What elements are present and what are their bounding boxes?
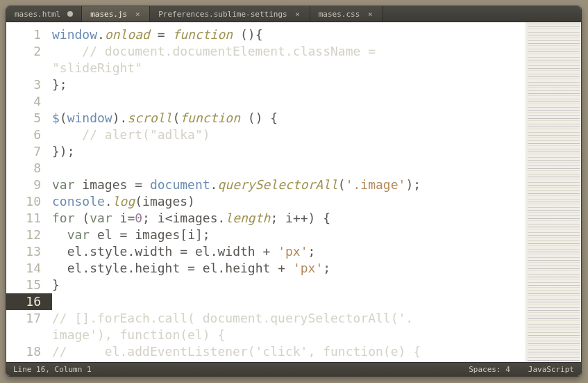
line-number-wrap xyxy=(6,327,41,343)
line-number: 2 xyxy=(6,43,41,60)
close-icon[interactable]: × xyxy=(294,10,301,17)
code-line[interactable]: for (var i=0; i<images.length; i++) { xyxy=(52,210,526,227)
tab-mases-js[interactable]: mases.js × xyxy=(82,6,150,22)
status-position: Line 16, Column 1 xyxy=(13,365,92,374)
line-number: 4 xyxy=(6,93,41,110)
line-number: 18 xyxy=(6,343,41,360)
line-number: 10 xyxy=(6,193,41,210)
code-line[interactable] xyxy=(52,293,526,310)
line-number: 17 xyxy=(6,310,41,327)
line-number: 13 xyxy=(6,243,41,260)
code-line[interactable] xyxy=(52,93,526,110)
code-line[interactable]: console.log(images) xyxy=(52,193,526,210)
tab-label: mases.js xyxy=(90,10,127,19)
line-number: 16 xyxy=(6,293,52,310)
line-number: 7 xyxy=(6,143,41,160)
line-number: 5 xyxy=(6,110,41,127)
code-line[interactable]: window.onload = function (){ xyxy=(52,26,526,43)
code-line[interactable]: el.style.width = el.width + 'px'; xyxy=(52,243,526,260)
code-line-wrap[interactable]: "slideRight" xyxy=(52,60,526,76)
code-line[interactable]: }); xyxy=(52,143,526,160)
tab-bar: mases.html mases.js × Preferences.sublim… xyxy=(6,6,581,22)
line-number: 9 xyxy=(6,177,41,193)
code-line[interactable]: // [].forEach.call( document.querySelect… xyxy=(52,310,526,327)
dirty-indicator-icon xyxy=(67,11,73,17)
code-line[interactable]: var el = images[i]; xyxy=(52,227,526,243)
close-icon[interactable]: × xyxy=(367,10,373,17)
code-line[interactable]: // document.documentElement.className = xyxy=(52,43,526,60)
code-line[interactable]: // alert("adlka") xyxy=(52,127,526,143)
editor-area: 123456789101112131415161718 window.onloa… xyxy=(6,22,581,362)
line-number: 3 xyxy=(6,76,41,93)
status-indent[interactable]: Spaces: 4 xyxy=(469,365,510,374)
code-line-wrap[interactable]: image'), function(el) { xyxy=(52,327,526,343)
status-syntax[interactable]: JavaScript xyxy=(528,365,574,374)
code-line[interactable]: // el.addEventListener('click', function… xyxy=(52,343,526,360)
code-line[interactable]: } xyxy=(52,277,526,293)
minimap[interactable] xyxy=(526,22,581,362)
code-line[interactable]: el.style.height = el.height + 'px'; xyxy=(52,260,526,277)
line-number-wrap xyxy=(6,60,41,76)
line-number: 1 xyxy=(6,26,41,43)
line-number: 6 xyxy=(6,127,41,143)
code-line[interactable]: var images = document.querySelectorAll('… xyxy=(52,177,526,193)
close-icon[interactable]: × xyxy=(134,10,141,17)
status-bar: Line 16, Column 1 Spaces: 4 JavaScript xyxy=(6,362,581,376)
tab-label: mases.html xyxy=(15,10,60,19)
code-line[interactable]: }; xyxy=(52,76,526,93)
tab-preferences[interactable]: Preferences.sublime-settings × xyxy=(150,6,310,22)
code-editor[interactable]: window.onload = function (){ // document… xyxy=(52,22,526,362)
line-number: 12 xyxy=(6,227,41,243)
tab-mases-css[interactable]: mases.css × xyxy=(310,6,383,22)
line-number: 11 xyxy=(6,210,41,227)
minimap-content xyxy=(528,24,580,361)
editor-window: mases.html mases.js × Preferences.sublim… xyxy=(6,6,582,377)
line-number: 14 xyxy=(6,260,41,277)
tab-label: mases.css xyxy=(319,10,360,19)
line-number: 8 xyxy=(6,160,41,177)
code-line[interactable] xyxy=(52,160,526,177)
tab-label: Preferences.sublime-settings xyxy=(158,10,287,19)
line-number-gutter: 123456789101112131415161718 xyxy=(6,22,52,362)
line-number: 15 xyxy=(6,277,41,293)
tab-mases-html[interactable]: mases.html xyxy=(6,6,82,22)
code-line[interactable]: $(window).scroll(function () { xyxy=(52,110,526,127)
